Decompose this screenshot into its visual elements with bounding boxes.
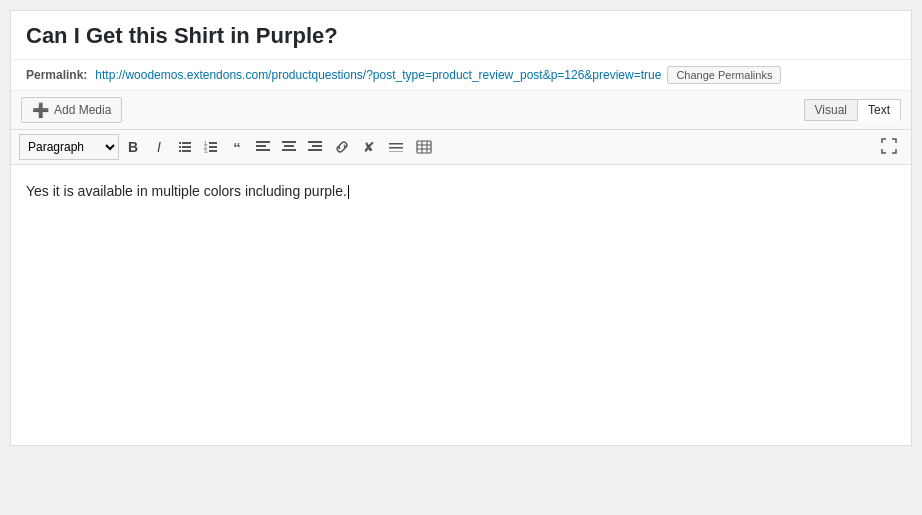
add-media-icon: ➕ (32, 102, 49, 118)
add-media-label: Add Media (54, 103, 111, 117)
svg-rect-3 (182, 146, 191, 148)
svg-rect-18 (308, 141, 322, 143)
svg-rect-7 (209, 142, 217, 144)
svg-rect-1 (182, 142, 191, 144)
italic-button[interactable]: I (147, 134, 171, 160)
svg-rect-11 (209, 150, 217, 152)
svg-rect-17 (282, 149, 296, 151)
svg-rect-19 (312, 145, 322, 147)
blockquote-button[interactable]: “ (225, 134, 249, 160)
svg-rect-14 (256, 149, 270, 151)
svg-rect-13 (256, 145, 266, 147)
svg-rect-9 (209, 146, 217, 148)
svg-rect-16 (284, 145, 294, 147)
align-left-button[interactable] (251, 134, 275, 160)
add-media-button[interactable]: ➕ Add Media (21, 97, 122, 123)
text-cursor (348, 185, 349, 199)
permalink-link[interactable]: http://woodemos.extendons.com/productque… (95, 68, 661, 82)
permalink-label: Permalink: (26, 68, 87, 82)
svg-rect-5 (182, 150, 191, 152)
table-button[interactable] (411, 134, 437, 160)
permalink-row: Permalink: http://woodemos.extendons.com… (11, 60, 911, 91)
svg-rect-12 (256, 141, 270, 143)
svg-rect-21 (389, 143, 403, 145)
ordered-list-button[interactable]: 1.2.3. (199, 134, 223, 160)
align-center-button[interactable] (277, 134, 301, 160)
svg-rect-20 (308, 149, 322, 151)
svg-rect-4 (179, 150, 181, 152)
view-tabs: Visual Text (804, 99, 901, 121)
editor-toolbar-top: ➕ Add Media Visual Text (11, 91, 911, 130)
paragraph-select[interactable]: Paragraph Heading 1 Heading 2 Heading 3 … (19, 134, 119, 160)
svg-text:3.: 3. (204, 148, 208, 154)
svg-rect-15 (282, 141, 296, 143)
editor-content[interactable]: Yes it is available in multiple colors i… (11, 165, 911, 445)
change-permalinks-button[interactable]: Change Permalinks (667, 66, 781, 84)
remove-link-button[interactable]: ✘ (357, 134, 381, 160)
unordered-list-button[interactable] (173, 134, 197, 160)
svg-rect-23 (389, 151, 403, 152)
bold-button[interactable]: B (121, 134, 145, 160)
content-text: Yes it is available in multiple colors i… (26, 183, 347, 199)
editor-container: Permalink: http://woodemos.extendons.com… (10, 10, 912, 446)
fullscreen-button[interactable] (875, 135, 903, 160)
format-toolbar: Paragraph Heading 1 Heading 2 Heading 3 … (11, 130, 911, 165)
tab-visual[interactable]: Visual (804, 99, 857, 121)
tab-text[interactable]: Text (857, 99, 901, 121)
svg-rect-2 (179, 146, 181, 148)
svg-rect-24 (417, 141, 431, 153)
align-right-button[interactable] (303, 134, 327, 160)
horizontal-rule-button[interactable] (383, 134, 409, 160)
post-title-input[interactable] (26, 23, 896, 49)
svg-rect-0 (179, 142, 181, 144)
title-area (11, 11, 911, 60)
insert-link-button[interactable] (329, 134, 355, 160)
svg-rect-22 (389, 147, 403, 149)
